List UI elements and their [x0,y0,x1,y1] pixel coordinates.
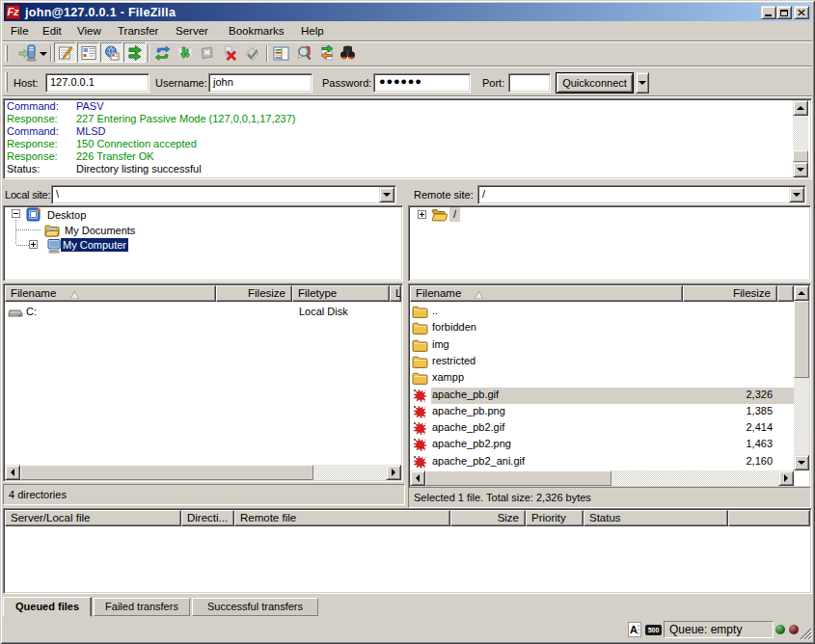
svg-text:A: A [630,624,638,635]
